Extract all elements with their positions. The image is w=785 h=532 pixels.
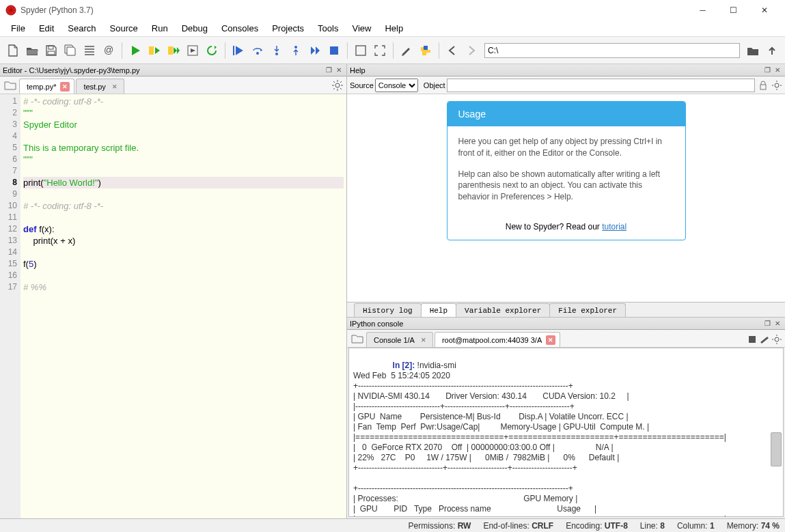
help-tutorial-line: New to Spyder? Read our tutorial [447,222,685,240]
save-icon[interactable] [42,42,60,59]
source-select[interactable]: Console [375,79,418,92]
working-dir-input[interactable] [484,43,740,58]
menu-projects[interactable]: Projects [265,21,311,36]
outline-icon[interactable] [81,42,98,59]
console-tab[interactable]: Console 1/A✕ [366,332,433,347]
close-tab-icon[interactable]: ✕ [419,335,428,345]
rerun-icon[interactable] [203,42,221,59]
open-file-icon[interactable] [23,42,41,59]
status-column: Column: 1 [677,521,715,531]
pane-undock-icon[interactable]: ❐ [324,66,333,75]
status-bar: Permissions: RW End-of-lines: CRLF Encod… [0,518,785,532]
editor-title-text: Editor - C:\Users\yjy\.spyder-py3\temp.p… [3,66,323,74]
console-browse-icon[interactable] [351,333,363,345]
status-memory: Memory: 74 % [727,521,780,531]
line-gutter: 1234567891011121314151617 [0,94,20,518]
stop-debug-icon[interactable] [325,42,343,59]
editor-options-icon[interactable] [331,79,344,92]
main-toolbar: @ [0,37,785,64]
svg-rect-11 [356,46,366,55]
pane-tab-history-log[interactable]: History log [354,303,422,317]
window-titlebar: Spyder (Python 3.7) ─ ☐ ✕ [0,0,785,20]
menu-consoles[interactable]: Consoles [215,21,265,36]
continue-icon[interactable] [306,42,324,59]
stop-kernel-icon[interactable] [747,334,758,345]
help-undock-icon[interactable]: ❐ [762,66,772,75]
step-out-icon[interactable] [287,42,305,59]
menu-help[interactable]: Help [378,21,410,36]
new-file-icon[interactable] [4,42,22,59]
help-toolbar: Source Console Object [347,76,785,94]
svg-text:@: @ [104,44,113,55]
menu-file[interactable]: File [4,21,32,36]
console-scrollbar[interactable] [771,432,782,466]
back-icon[interactable] [443,42,461,59]
ipython-close-icon[interactable]: ✕ [773,319,782,328]
pane-tab-help[interactable]: Help [421,303,456,317]
step-over-icon[interactable] [249,42,266,59]
svg-rect-5 [168,46,173,55]
forward-icon[interactable] [463,42,480,59]
preferences-icon[interactable] [398,42,415,59]
status-eol: End-of-lines: CRLF [483,521,553,531]
help-pane-title: Help ❐ ✕ [347,64,785,76]
run-selection-icon[interactable] [184,42,202,59]
run-icon[interactable] [126,42,144,59]
save-all-icon[interactable] [61,42,79,59]
editor-tabs: temp.py*✕test.py✕ [0,76,346,94]
at-icon[interactable]: @ [100,42,118,59]
debug-icon[interactable] [230,42,247,59]
ipython-undock-icon[interactable]: ❐ [762,319,772,328]
menu-source[interactable]: Source [103,21,145,36]
lock-icon[interactable] [758,80,769,91]
editor-tab[interactable]: temp.py*✕ [19,79,74,94]
maximize-pane-icon[interactable] [352,42,370,59]
close-tab-icon[interactable]: ✕ [546,335,555,345]
run-cell-icon[interactable] [146,42,163,59]
close-tab-icon[interactable]: ✕ [110,82,120,92]
close-button[interactable]: ✕ [749,0,780,20]
browse-dir-icon[interactable] [744,42,762,59]
object-input[interactable] [447,79,755,92]
menu-bar: FileEditSearchSourceRunDebugConsolesProj… [0,20,785,37]
pane-close-icon[interactable]: ✕ [334,66,344,75]
python-path-icon[interactable] [417,42,435,59]
code-editor[interactable]: 1234567891011121314151617 # -*- coding: … [0,94,346,518]
object-label: Object [424,81,445,89]
pane-tab-file-explorer[interactable]: File explorer [549,303,626,317]
close-tab-icon[interactable]: ✕ [60,82,70,92]
run-cell-advance-icon[interactable] [165,42,182,59]
svg-point-14 [775,83,779,87]
maximize-button[interactable]: ☐ [718,0,749,20]
console-options-icon[interactable] [771,334,782,345]
code-area[interactable]: # -*- coding: utf-8 -*- """ Spyder Edito… [20,94,346,518]
minimize-button[interactable]: ─ [687,0,718,20]
console-output[interactable]: In [2]: !nvidia-smi Wed Feb 5 15:24:05 2… [348,348,784,517]
help-close-icon[interactable]: ✕ [773,66,782,75]
editor-tab[interactable]: test.py✕ [76,79,124,94]
editor-pane-title: Editor - C:\Users\yjy\.spyder-py3\temp.p… [0,64,346,76]
ipython-title: IPython console ❐ ✕ [347,318,785,330]
menu-search[interactable]: Search [61,21,102,36]
tutorial-link[interactable]: tutorial [602,222,626,232]
clear-console-icon[interactable] [759,334,770,345]
menu-edit[interactable]: Edit [32,21,61,36]
pane-tab-variable-explorer[interactable]: Variable explorer [456,303,550,317]
fullscreen-icon[interactable] [371,42,389,59]
menu-run[interactable]: Run [145,21,175,36]
browse-tabs-icon[interactable] [4,79,16,92]
step-into-icon[interactable] [268,42,286,59]
spyder-logo-icon [5,5,16,16]
help-content: Usage Here you can get help of any objec… [347,94,785,302]
menu-view[interactable]: View [345,21,378,36]
parent-dir-icon[interactable] [763,42,781,59]
menu-tools[interactable]: Tools [311,21,345,36]
menu-debug[interactable]: Debug [175,21,215,36]
console-tab[interactable]: root@matpool.com:44039 3/A✕ [435,332,560,347]
status-line: Line: 8 [640,521,665,531]
right-bottom-tabs: History logHelpVariable explorerFile exp… [347,302,785,317]
help-options-icon[interactable] [771,80,782,91]
svg-rect-10 [330,46,338,55]
help-p1: Here you can get help of any object by p… [458,136,674,159]
nvidia-smi-output: Wed Feb 5 15:24:05 2020 +---------------… [353,371,726,517]
